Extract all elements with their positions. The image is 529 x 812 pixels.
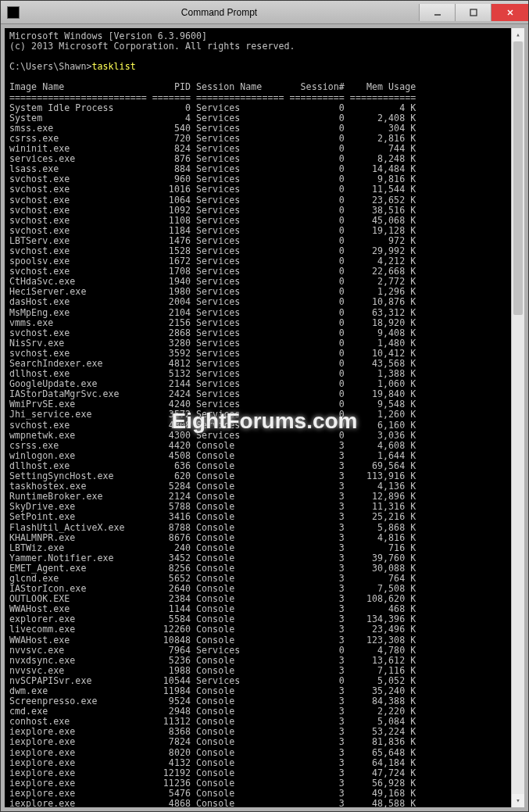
scroll-up-button[interactable]: ▴: [512, 28, 524, 41]
terminal-output[interactable]: Microsoft Windows [Version 6.3.9600] (c)…: [5, 28, 511, 807]
client-area: Microsoft Windows [Version 6.3.9600] (c)…: [5, 28, 524, 807]
scrollbar[interactable]: ▴ ▾: [511, 28, 524, 807]
cmd-icon: [7, 6, 20, 19]
svg-rect-1: [470, 9, 477, 16]
window-frame: Command Prompt Microsoft Windows [Versio…: [0, 0, 529, 812]
minimize-button[interactable]: [419, 4, 455, 21]
scrollbar-track[interactable]: [512, 41, 524, 794]
window-title: Command Prompt: [20, 7, 419, 18]
scroll-down-button[interactable]: ▾: [512, 794, 524, 807]
close-button[interactable]: [491, 4, 528, 21]
scrollbar-thumb[interactable]: [513, 41, 523, 315]
maximize-button[interactable]: [455, 4, 491, 21]
titlebar[interactable]: Command Prompt: [1, 1, 528, 24]
window-buttons: [419, 4, 528, 21]
